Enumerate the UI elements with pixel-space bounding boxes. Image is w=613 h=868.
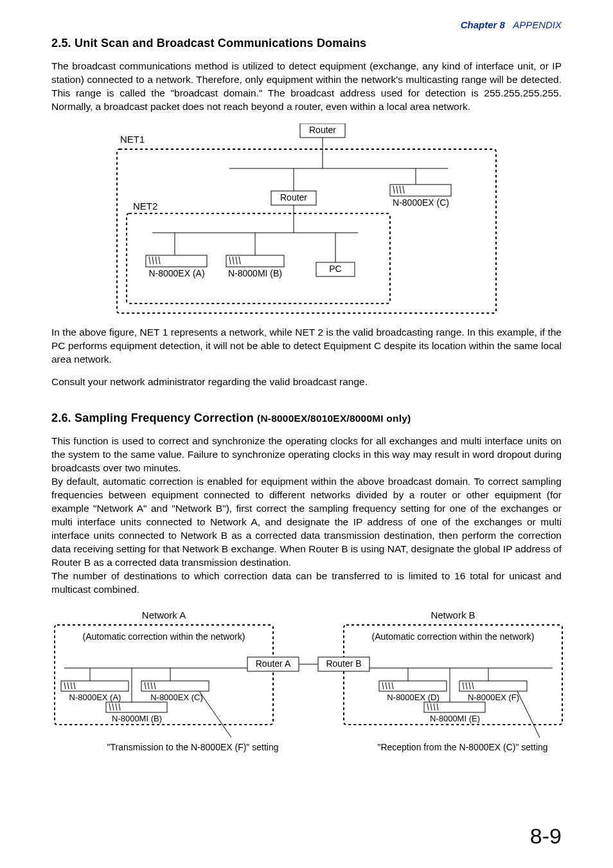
d2-dev-b: N-8000MI (B) [112, 714, 162, 723]
svg-rect-51 [106, 702, 167, 712]
chapter-label: Chapter 8 [461, 19, 505, 30]
d2-dev-c: N-8000EX (C) [150, 692, 203, 702]
d1-router-mid: Router [280, 192, 307, 203]
d1-net2-label: NET2 [133, 201, 157, 212]
d2-autoB: (Automatic correction within the network… [372, 631, 535, 642]
d1-device-c: N-8000EX (C) [393, 197, 449, 208]
section-25-title: 2.5. Unit Scan and Broadcast Communicati… [51, 37, 562, 50]
svg-rect-20 [146, 255, 207, 267]
svg-rect-69 [424, 702, 485, 712]
d2-dev-a: N-8000EX (A) [69, 692, 121, 702]
d1-device-c-box: N-8000EX (C) [390, 185, 451, 208]
d1-device-a: N-8000EX (A) [148, 268, 204, 278]
chapter-header: Chapter 8 APPENDIX [51, 19, 562, 30]
svg-line-75 [517, 691, 540, 737]
d2-networkA: Network A [142, 610, 186, 620]
d2-autoA: (Automatic correction within the network… [83, 631, 245, 642]
diagram-2-svg: Router A Router B N-8000EX (A) [51, 609, 565, 757]
section-25-body2: In the above figure, NET 1 represents a … [51, 326, 562, 366]
d1-router-top: Router [309, 125, 336, 135]
section-26-body1: This function is used to correct and syn… [51, 435, 562, 475]
page-number: 8-9 [530, 824, 562, 849]
section-26-title: 2.6. Sampling Frequency Correction (N-80… [51, 411, 562, 425]
d2-captionB: "Reception from the N-8000EX (C)" settin… [377, 742, 547, 752]
svg-line-74 [199, 691, 231, 737]
d2-captionA: "Transmission to the N-8000EX (F)" setti… [107, 742, 279, 752]
section-26-title-sub: (N-8000EX/8010EX/8000MI only) [257, 413, 411, 424]
d1-device-b: N-8000MI (B) [228, 268, 282, 278]
diagram-2: Router A Router B N-8000EX (A) [51, 609, 565, 757]
section-25-body3: Consult your network administrator regar… [51, 375, 562, 389]
svg-rect-10 [390, 185, 451, 196]
d2-networkB: Network B [431, 610, 475, 620]
section-26-body3: The number of destinations to which corr… [51, 570, 562, 597]
d1-device-pc: PC [329, 264, 341, 274]
d2-dev-f: N-8000EX (F) [468, 692, 519, 702]
d1-net1-label: NET1 [120, 134, 145, 145]
d2-router-a: Router A [256, 658, 291, 669]
svg-rect-25 [226, 255, 284, 267]
d2-dev-d: N-8000EX (D) [387, 692, 440, 702]
section-26-body2: By default, automatic correction is enab… [51, 475, 562, 569]
chapter-title: APPENDIX [513, 19, 562, 30]
page-root: Chapter 8 APPENDIX 2.5. Unit Scan and Br… [0, 0, 613, 868]
section-26-title-main: 2.6. Sampling Frequency Correction [51, 411, 254, 424]
diagram-1: Router Router N-8000EX (C) [114, 123, 499, 316]
diagram-1-svg: Router Router N-8000EX (C) [114, 123, 499, 316]
d2-dev-e: N-8000MI (E) [430, 714, 480, 723]
section-25-body1: The broadcast communications method is u… [51, 60, 562, 114]
svg-rect-0 [117, 149, 496, 313]
d2-router-b: Router B [326, 658, 361, 669]
